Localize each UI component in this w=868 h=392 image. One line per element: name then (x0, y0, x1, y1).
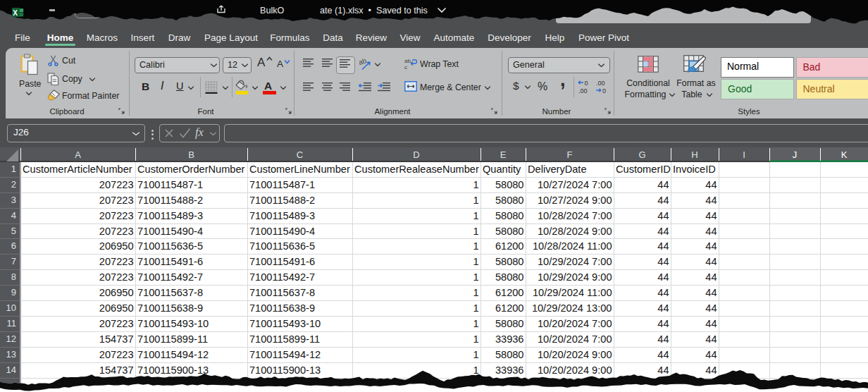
svg-text:X: X (13, 9, 18, 17)
